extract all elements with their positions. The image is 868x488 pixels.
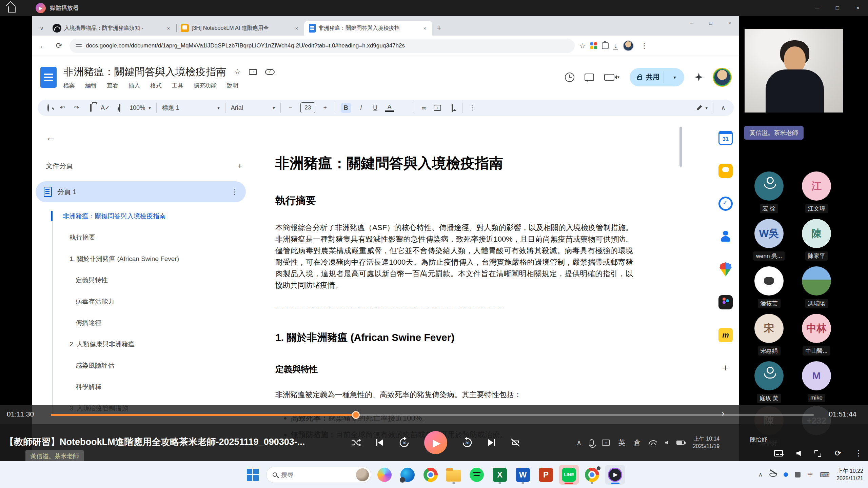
- menu-extensions[interactable]: 擴充功能: [194, 82, 217, 89]
- close-button[interactable]: ×: [848, 0, 868, 16]
- keyboard-icon[interactable]: ⌨: [820, 471, 830, 479]
- tab-options-icon[interactable]: ⋮: [231, 188, 238, 196]
- outline-item[interactable]: 病毒存活能力: [41, 297, 253, 306]
- start-button[interactable]: [243, 465, 263, 485]
- forward-30-icon[interactable]: 30: [461, 437, 473, 448]
- browser-minimize-button[interactable]: ─: [682, 16, 701, 29]
- outline-item[interactable]: 執行摘要: [41, 232, 253, 242]
- participant-tile[interactable]: 中林 中山醫...: [791, 314, 842, 357]
- search-menus-icon[interactable]: [47, 104, 49, 112]
- underline-button[interactable]: U: [371, 104, 380, 111]
- keep-icon[interactable]: [718, 164, 733, 178]
- browser-close-button[interactable]: ×: [720, 16, 739, 29]
- meet-call-button[interactable]: ▾: [604, 74, 619, 81]
- doc-scrollbar[interactable]: [679, 127, 682, 167]
- bold-button[interactable]: B: [341, 103, 351, 113]
- tab-close-icon[interactable]: ×: [421, 24, 429, 32]
- browser-profile-avatar[interactable]: [623, 40, 634, 51]
- chrome-app[interactable]: [421, 465, 440, 485]
- volume-icon[interactable]: [796, 451, 801, 456]
- contacts-icon[interactable]: [718, 229, 733, 244]
- tab-google-docs-active[interactable]: 非洲豬瘟：關鍵問答與入境檢疫指 ×: [304, 21, 432, 36]
- participant-tile[interactable]: 宏 徐: [744, 171, 794, 215]
- menu-view[interactable]: 查看: [107, 82, 118, 89]
- edge-app[interactable]: [398, 465, 417, 485]
- outline-item[interactable]: 2. 人類健康與非洲豬瘟: [41, 339, 253, 349]
- zoom-select[interactable]: 100% ▾: [130, 104, 151, 111]
- editing-mode-select[interactable]: ▾: [696, 105, 708, 110]
- paint-format-icon[interactable]: [119, 104, 120, 112]
- participant-tile[interactable]: M mike: [791, 361, 842, 403]
- outline-item[interactable]: 1. 關於非洲豬瘟 (African Swine Fever): [41, 254, 253, 264]
- text-color-button[interactable]: A: [385, 104, 394, 112]
- line-app-active[interactable]: LINE: [559, 465, 579, 485]
- maximize-button[interactable]: □: [827, 0, 848, 16]
- menu-help[interactable]: 說明: [227, 82, 238, 89]
- site-settings-icon[interactable]: [76, 43, 82, 48]
- next-track-icon[interactable]: [487, 438, 496, 447]
- google-docs-icon[interactable]: [40, 67, 57, 88]
- tab-quarantine-site[interactable]: 入境攜帶物品：防非洲豬瘟須知 - ×: [48, 21, 176, 36]
- figma-icon[interactable]: [718, 295, 733, 309]
- menu-insert[interactable]: 插入: [129, 82, 140, 89]
- toolbar-more-icon[interactable]: ⋮: [468, 104, 477, 111]
- repeat-off-icon[interactable]: [510, 438, 520, 447]
- tray-app-icon[interactable]: [784, 472, 788, 477]
- tasks-icon[interactable]: [718, 197, 733, 211]
- downloads-icon[interactable]: ↓: [613, 42, 618, 49]
- comments-icon[interactable]: [585, 74, 594, 81]
- font-size-field[interactable]: 23: [300, 102, 315, 113]
- new-tab-button[interactable]: +: [432, 21, 446, 35]
- menu-format[interactable]: 格式: [150, 82, 162, 89]
- shuffle-icon[interactable]: [351, 439, 361, 447]
- powerpoint-app[interactable]: P: [536, 465, 556, 485]
- maps-icon[interactable]: [718, 262, 733, 277]
- tab-close-icon[interactable]: ×: [164, 24, 173, 32]
- menu-edit[interactable]: 編輯: [85, 82, 97, 89]
- copilot-app[interactable]: [375, 465, 394, 485]
- document-title[interactable]: 非洲豬瘟：關鍵問答與入境檢疫指南: [63, 65, 226, 79]
- increase-font-button[interactable]: +: [321, 104, 330, 111]
- address-bar[interactable]: docs.google.com/document/d/1aprg_MqMxVa1…: [70, 39, 575, 53]
- home-button[interactable]: [0, 4, 24, 13]
- ime-badge[interactable]: 中: [807, 471, 813, 479]
- participant-tile[interactable]: 庭玫 黃: [744, 361, 794, 404]
- rewind-10-icon[interactable]: 10: [398, 437, 410, 448]
- share-dropdown[interactable]: ▾: [668, 75, 682, 80]
- collapse-panel-button[interactable]: ←: [46, 131, 253, 143]
- player-more-icon[interactable]: ⋮: [855, 449, 863, 458]
- bookmark-star-icon[interactable]: ☆: [579, 42, 586, 50]
- tab-close-icon[interactable]: ×: [293, 24, 301, 32]
- italic-button[interactable]: I: [357, 104, 366, 111]
- fullscreen-icon[interactable]: [814, 450, 821, 457]
- insert-link-icon[interactable]: ∞: [419, 104, 428, 112]
- tray-app-icon[interactable]: [795, 472, 801, 477]
- word-app[interactable]: W: [513, 465, 533, 485]
- menu-file[interactable]: 檔案: [63, 82, 75, 89]
- captions-icon[interactable]: [774, 450, 783, 456]
- play-button[interactable]: ▶: [424, 431, 447, 454]
- tab-search-button[interactable]: ∨: [36, 21, 48, 36]
- seek-handle[interactable]: [352, 411, 360, 419]
- browser-menu-icon[interactable]: ⋮: [638, 40, 650, 52]
- share-button[interactable]: 共用 ▾: [630, 68, 684, 86]
- tab-notebooklm[interactable]: [3H] NotebookLM AI 進階應用全 ×: [176, 21, 304, 36]
- taskbar-search[interactable]: 搜尋: [266, 467, 371, 483]
- undo-button[interactable]: ↶: [58, 104, 67, 111]
- print-icon[interactable]: [90, 104, 92, 112]
- outline-item[interactable]: 科學解釋: [41, 382, 253, 392]
- miro-icon[interactable]: m: [718, 328, 733, 342]
- rotate-icon[interactable]: ⟳: [835, 449, 841, 458]
- tray-chevron-up-icon[interactable]: ∧: [758, 471, 763, 478]
- hide-menus-button[interactable]: ∧: [719, 104, 728, 111]
- back-button[interactable]: ←: [37, 40, 48, 52]
- participant-tile[interactable]: 江 江文瑋: [791, 171, 842, 215]
- decrease-font-button[interactable]: −: [286, 104, 295, 111]
- hide-icon[interactable]: [769, 473, 777, 477]
- presenter-webcam[interactable]: [745, 29, 843, 113]
- outline-item[interactable]: 定義與特性: [41, 275, 253, 285]
- add-tab-button[interactable]: +: [237, 161, 242, 171]
- font-select[interactable]: Arial ▾: [231, 104, 275, 111]
- menu-tools[interactable]: 工具: [172, 82, 183, 89]
- spotify-app[interactable]: [467, 465, 487, 485]
